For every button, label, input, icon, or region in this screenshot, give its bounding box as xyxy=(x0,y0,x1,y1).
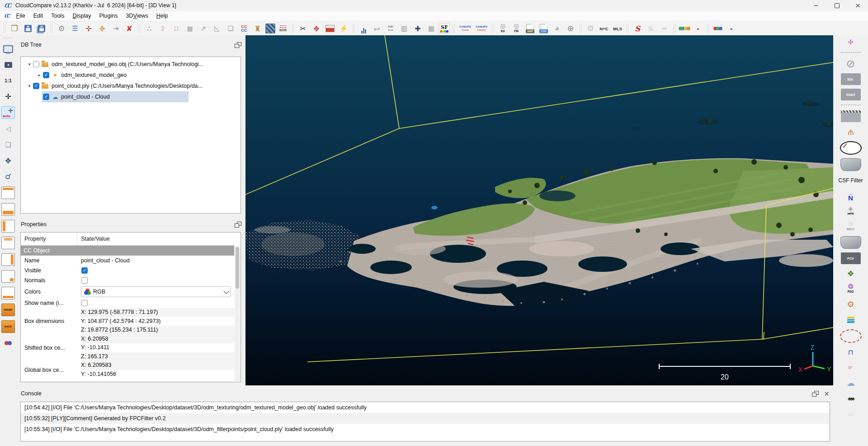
more-plugins-icon[interactable]: » xyxy=(692,23,704,34)
toolbar-drag-handle[interactable] xyxy=(579,24,582,33)
edl-shader-icon[interactable]: EDL xyxy=(841,73,861,85)
clean-broom-icon[interactable]: Ψ xyxy=(841,126,861,138)
toolbar-drag-handle[interactable] xyxy=(292,24,294,33)
open-file-icon[interactable]: ❐ xyxy=(9,23,20,34)
view-front-icon[interactable] xyxy=(1,203,15,216)
float-panel-icon[interactable] xyxy=(812,391,819,397)
menu-item-3d-views[interactable]: 3D Views xyxy=(122,11,152,21)
menu-item-display[interactable]: Display xyxy=(68,11,95,21)
float-panel-icon[interactable] xyxy=(235,222,241,228)
tree-expander-icon[interactable]: ▾ xyxy=(26,62,33,66)
red-ellipse-icon[interactable] xyxy=(840,329,862,343)
save-copy-icon[interactable] xyxy=(36,23,47,34)
rotate-view-icon[interactable]: ◁ xyxy=(2,123,14,135)
canupo-create-icon[interactable]: CANUPOCreate xyxy=(458,23,472,34)
back-view-cube-icon[interactable]: BACK xyxy=(1,320,15,333)
cross-section-icon[interactable] xyxy=(324,23,336,34)
cc-align-icon[interactable]: CCCC xyxy=(238,23,250,34)
shp-export-icon[interactable]: SHP xyxy=(524,23,536,34)
facets-terrain-icon[interactable]: ❖ xyxy=(841,268,861,280)
toolbar-drag-handle[interactable] xyxy=(352,24,355,33)
subsample-icon[interactable]: ∴ xyxy=(143,23,155,34)
property-checkbox[interactable] xyxy=(81,267,88,274)
shield2-icon[interactable] xyxy=(840,236,861,249)
float-panel-icon[interactable] xyxy=(235,42,241,48)
no-entry-icon[interactable]: ⊘ xyxy=(841,58,861,70)
bottom-partial-icon[interactable]: ▭ xyxy=(841,408,861,420)
menu-item-help[interactable]: Help xyxy=(152,11,172,21)
sample-points-icon[interactable]: ⇗ xyxy=(198,23,209,34)
magnet-icon[interactable]: ⊓ xyxy=(841,346,861,358)
filter-by-value-icon[interactable]: ▥ xyxy=(398,23,410,34)
csf-shield-icon[interactable] xyxy=(840,158,861,171)
stereo-glasses-icon[interactable] xyxy=(2,337,14,349)
menu-item-tools[interactable]: Tools xyxy=(47,11,68,21)
layers-icon[interactable] xyxy=(841,314,861,326)
pan-icon[interactable]: ✥ xyxy=(2,155,14,166)
stat-test-icon[interactable]: μ,σ xyxy=(371,23,383,34)
animation-clapper-icon[interactable] xyxy=(841,110,861,122)
toolbar-drag-handle[interactable] xyxy=(3,24,6,33)
spline-red-icon[interactable]: S xyxy=(632,23,643,34)
min-distance-icon[interactable]: min⟷ xyxy=(385,23,396,34)
tree-item-point_cloud-ply[interactable]: ▾point_cloud.ply (C:/Users/Manya Technol… xyxy=(21,81,241,91)
sf-arithmetic-icon[interactable]: ▦ xyxy=(425,23,437,34)
point-list-picking-icon[interactable]: ✛ xyxy=(83,23,94,34)
plugin-colorful-icon[interactable]: ✣ xyxy=(841,36,861,48)
more-tools-icon[interactable]: » xyxy=(726,23,737,34)
compass-icon[interactable] xyxy=(840,141,862,155)
normals-n-icon[interactable]: →N xyxy=(841,190,861,202)
visibility-checkbox[interactable] xyxy=(33,83,39,89)
trace-polyline-icon[interactable]: ⚡ xyxy=(338,23,349,34)
fit-plane-icon[interactable]: ◺ xyxy=(211,23,223,34)
visibility-checkbox[interactable] xyxy=(43,72,49,78)
hand-picker-icon[interactable]: ☛ xyxy=(841,362,861,374)
csv-export-icon[interactable]: CSV xyxy=(538,23,549,34)
extract-sections-icon[interactable]: ➥ xyxy=(659,23,670,34)
close-button[interactable] xyxy=(847,0,868,11)
hpr-icon[interactable]: ◈HPR xyxy=(841,205,861,217)
masonry-plugin-icon[interactable] xyxy=(679,23,690,34)
view-top-icon[interactable] xyxy=(1,186,15,199)
view-left-icon[interactable] xyxy=(1,220,15,232)
visibility-checkbox[interactable] xyxy=(43,94,49,100)
apply-transformation-icon[interactable]: ⚙ xyxy=(56,23,67,34)
view-back-icon[interactable] xyxy=(1,237,15,249)
kd-tree-icon[interactable]: ◍Kd xyxy=(497,23,509,34)
segment-scissors-icon[interactable]: ✂ xyxy=(297,23,309,34)
m3c2-icon[interactable]: ⚙M3C2 xyxy=(841,221,861,232)
toolbar-drag-handle[interactable] xyxy=(50,24,53,33)
mls-smoothing-icon[interactable]: MLS xyxy=(612,23,623,34)
menu-item-plugins[interactable]: Plugins xyxy=(95,11,122,21)
histogram-icon[interactable] xyxy=(358,22,369,36)
gear-mesh-icon[interactable]: ⚙ xyxy=(585,23,596,34)
display-options-icon[interactable] xyxy=(2,43,14,55)
toggle-properties-icon[interactable]: ☰ xyxy=(69,23,81,34)
gears-icon[interactable]: ⚙ xyxy=(841,299,861,310)
rgb-filter-icon[interactable] xyxy=(712,23,724,34)
tree-expander-icon[interactable]: ▾ xyxy=(26,84,33,88)
delete-icon[interactable]: ✘ xyxy=(123,23,135,34)
front-view-cube-icon[interactable]: FRONT xyxy=(1,304,15,316)
auto-pick-center-icon[interactable]: ✛auto xyxy=(1,106,15,119)
point-pair-align-icon[interactable]: ✥ xyxy=(96,23,108,34)
close-console-button[interactable] xyxy=(824,391,829,396)
pcv-icon[interactable]: PCV xyxy=(841,252,861,264)
level-tool-icon[interactable]: ⇥ xyxy=(110,23,122,34)
toolbar-drag-handle[interactable] xyxy=(626,24,629,33)
colors-dropdown[interactable]: RGB xyxy=(81,286,231,297)
maximize-button[interactable] xyxy=(826,0,847,11)
3d-viewport[interactable]: 20 Z Y X xyxy=(245,35,833,385)
view-bottom-icon[interactable] xyxy=(1,287,15,299)
facet-sphere-icon[interactable]: ◕ xyxy=(551,23,563,34)
canupo-classify-icon[interactable]: CANUPOClassify xyxy=(474,23,489,34)
zoom-1-1-icon[interactable]: 1:1 xyxy=(2,75,14,86)
view-iso-icon[interactable] xyxy=(1,270,15,283)
save-icon[interactable] xyxy=(22,23,34,34)
fm-icon[interactable]: ◍FM xyxy=(510,23,522,34)
view-right-icon[interactable] xyxy=(1,253,15,266)
toolbar-drag-handle[interactable] xyxy=(673,24,676,33)
upsample-icon[interactable]: ⇧ xyxy=(157,23,169,34)
normals-compute-icon[interactable]: N+C xyxy=(598,23,610,34)
tree-item-odm_textured_model_geo[interactable]: ▸✶odm_textured_model_geo xyxy=(21,70,241,81)
